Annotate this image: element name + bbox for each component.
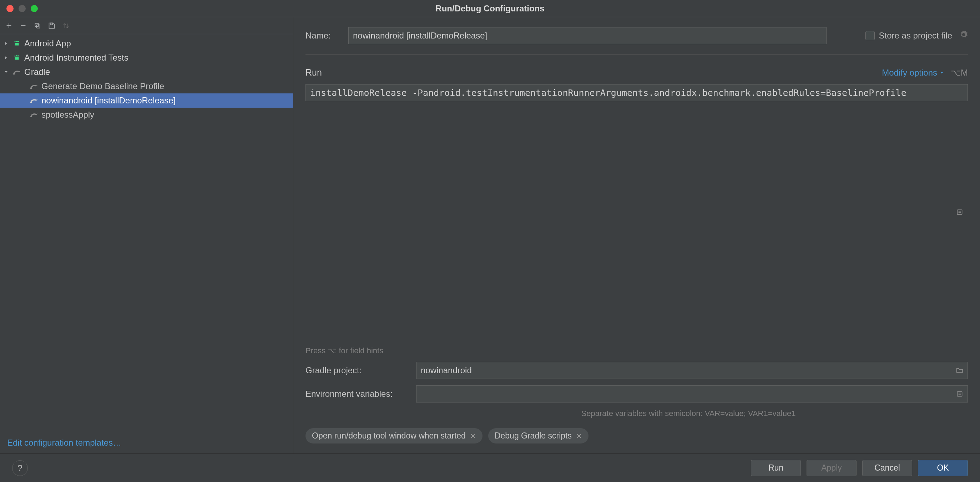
chip-open-tool-window[interactable]: Open run/debug tool window when started … [305, 428, 482, 444]
window-minimize-button[interactable] [19, 5, 26, 12]
svg-rect-5 [50, 23, 53, 25]
options-chip-row: Open run/debug tool window when started … [305, 428, 968, 444]
expand-field-icon[interactable] [955, 389, 964, 399]
chip-label: Open run/debug tool window when started [312, 431, 466, 441]
traffic-lights [6, 5, 38, 12]
tree-label: Android App [24, 38, 71, 49]
chip-label: Debug Gradle scripts [495, 431, 572, 441]
env-vars-row: Environment variables: [305, 385, 968, 403]
tree-item-nowinandroid-installdemorelease[interactable]: nowinandroid [installDemoRelease] [0, 94, 293, 108]
configuration-tree: Android App Android Instrumented Tests G [0, 34, 293, 432]
tree-item-android-instrumented-tests[interactable]: Android Instrumented Tests [0, 51, 293, 65]
run-section-title: Run [305, 67, 322, 78]
env-vars-input-wrapper [416, 385, 968, 403]
store-as-project-file-row: Store as project file [865, 30, 968, 41]
svg-marker-10 [5, 71, 8, 73]
svg-marker-8 [5, 42, 7, 45]
add-configuration-button[interactable] [3, 20, 14, 31]
tree-label: nowinandroid [installDemoRelease] [41, 95, 176, 106]
close-icon[interactable]: ✕ [576, 432, 582, 440]
tree-label: Generate Demo Baseline Profile [41, 81, 164, 91]
svg-marker-9 [5, 56, 7, 59]
chevron-right-icon [3, 40, 9, 47]
expand-field-icon[interactable] [955, 208, 964, 217]
close-icon[interactable]: ✕ [470, 432, 476, 440]
tree-item-android-app[interactable]: Android App [0, 36, 293, 51]
save-configuration-button[interactable] [46, 20, 57, 31]
name-label: Name: [305, 31, 341, 41]
gradle-project-input[interactable] [416, 362, 968, 379]
gear-icon[interactable] [959, 30, 968, 41]
tree-item-generate-demo-baseline-profile[interactable]: Generate Demo Baseline Profile [0, 79, 293, 94]
window-close-button[interactable] [6, 5, 14, 12]
gradle-project-input-wrapper [416, 362, 968, 379]
sidebar-toolbar [0, 17, 293, 34]
env-vars-input[interactable] [416, 385, 968, 403]
store-as-project-file-checkbox[interactable] [865, 31, 875, 40]
window-zoom-button[interactable] [31, 5, 38, 12]
tree-label: Android Instrumented Tests [24, 53, 129, 63]
footer: ? Run Apply Cancel OK [0, 453, 980, 482]
chevron-down-icon [939, 70, 944, 75]
tree-item-spotlessapply[interactable]: spotlessApply [0, 108, 293, 122]
run-button[interactable]: Run [751, 460, 801, 476]
gradle-task-icon [29, 110, 38, 119]
modify-options-label: Modify options [882, 68, 937, 78]
store-as-project-file-label: Store as project file [879, 31, 952, 41]
modify-options-shortcut: ⌥M [951, 68, 968, 78]
env-vars-hint: Separate variables with semicolon: VAR=v… [305, 409, 968, 418]
chevron-down-icon [3, 69, 9, 75]
help-button[interactable]: ? [12, 460, 28, 476]
sort-configurations-button[interactable] [60, 20, 72, 31]
sidebar: Android App Android Instrumented Tests G [0, 17, 293, 453]
window-title: Run/Debug Configurations [435, 3, 544, 14]
chip-debug-gradle-scripts[interactable]: Debug Gradle scripts ✕ [488, 428, 589, 444]
titlebar: Run/Debug Configurations [0, 0, 980, 17]
ok-button[interactable]: OK [918, 460, 968, 476]
run-section-header: Run Modify options ⌥M [305, 67, 968, 78]
main-panel: Name: Store as project file Run Modify o… [293, 17, 980, 453]
gradle-task-icon [29, 96, 38, 105]
gradle-project-label: Gradle project: [305, 365, 409, 376]
name-input[interactable] [348, 27, 827, 44]
tree-label: spotlessApply [41, 110, 94, 120]
gradle-icon [12, 67, 21, 77]
gradle-task-icon [29, 82, 38, 91]
gradle-project-row: Gradle project: [305, 362, 968, 379]
remove-configuration-button[interactable] [18, 20, 29, 31]
browse-folder-icon[interactable] [955, 366, 964, 375]
modify-options-link[interactable]: Modify options [882, 68, 944, 78]
edit-configuration-templates-link[interactable]: Edit configuration templates… [0, 432, 293, 453]
env-vars-label: Environment variables: [305, 389, 409, 399]
name-row: Name: Store as project file [305, 27, 968, 44]
tree-label: Gradle [24, 67, 50, 77]
chevron-right-icon [3, 54, 9, 61]
android-test-icon [12, 53, 21, 62]
run-command-input[interactable] [305, 84, 968, 101]
field-hints-label: Press ⌥ for field hints [305, 346, 968, 355]
apply-button[interactable]: Apply [807, 460, 856, 476]
svg-marker-11 [940, 72, 943, 73]
command-input-wrapper [305, 84, 968, 340]
tree-item-gradle[interactable]: Gradle [0, 65, 293, 79]
copy-configuration-button[interactable] [32, 20, 43, 31]
cancel-button[interactable]: Cancel [862, 460, 912, 476]
android-icon [12, 39, 21, 48]
